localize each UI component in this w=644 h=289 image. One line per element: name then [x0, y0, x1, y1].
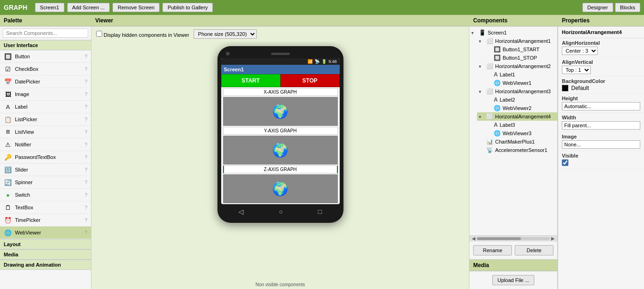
timepicker-help-icon[interactable]: ?	[84, 218, 87, 223]
designer-button[interactable]: Designer	[582, 3, 613, 12]
comp-name-label3: Label3	[500, 122, 515, 128]
visible-checkbox[interactable]	[562, 159, 568, 166]
comp-horizontal1[interactable]: ▾ ⬜ HorizontalArrangement1	[477, 37, 557, 45]
screen-content: START STOP X-AXIS GRAPH 🌍 Y-AXIS GRAPH 🌍…	[221, 74, 340, 203]
height-input[interactable]	[562, 102, 640, 110]
align-vertical-select[interactable]: Top : 1	[562, 66, 591, 74]
h2-toggle[interactable]: ▾	[479, 64, 484, 69]
comp-webviewer3[interactable]: 🌐 WebViewer3	[484, 129, 557, 138]
delete-button[interactable]: Delete	[515, 245, 553, 255]
palette-item-timepicker[interactable]: ⏰ TimePicker ?	[0, 214, 91, 227]
media-body: Upload File ...	[469, 271, 557, 289]
image-help-icon[interactable]: ?	[84, 92, 87, 97]
comp-name-label1: Label1	[500, 72, 515, 77]
nav-back-button[interactable]: ◁	[238, 208, 244, 215]
passwordtextbox-help-icon[interactable]: ?	[84, 155, 87, 160]
comp-name-btn-stop: Button1_STOP	[503, 55, 537, 61]
notifier-help-icon[interactable]: ?	[84, 142, 87, 147]
palette-item-webviewer[interactable]: 🌐 WebViewer ?	[0, 227, 91, 239]
palette-item-button[interactable]: 🔲 Button ?	[0, 50, 91, 63]
palette-item-textbox[interactable]: 🗒 TextBox ?	[0, 201, 91, 214]
comp-webviewer1[interactable]: 🌐 WebViewer1	[484, 79, 557, 87]
palette-item-checkbox[interactable]: ☑ CheckBox ?	[0, 63, 91, 76]
publish-button[interactable]: Publish to Gallery	[162, 3, 213, 12]
chartmaker-icon: 📊	[486, 138, 493, 145]
palette-item-image[interactable]: 🖼 Image ?	[0, 88, 91, 101]
palette-item-listpicker[interactable]: 📋 ListPicker ?	[0, 113, 91, 126]
prop-bg-color: BackgroundColor Default	[558, 76, 644, 94]
label-help-icon[interactable]: ?	[84, 104, 87, 110]
button-help-icon[interactable]: ?	[84, 54, 87, 59]
palette-label-listpicker: ListPicker	[15, 117, 82, 122]
properties-header: Properties	[558, 15, 644, 27]
palette-section-drawing: Drawing and Animation	[0, 260, 91, 270]
comp-name-webviewer2: WebViewer2	[503, 105, 532, 111]
align-horizontal-select[interactable]: Center : 3	[562, 47, 598, 55]
palette-item-label[interactable]: A Label ?	[0, 101, 91, 113]
comp-horizontal2[interactable]: ▾ ⬜ HorizontalArrangement2	[477, 62, 557, 70]
checkbox-help-icon[interactable]: ?	[84, 67, 87, 72]
palette-label-passwordtextbox: PasswordTextBox	[15, 154, 82, 160]
rename-button[interactable]: Rename	[473, 245, 512, 255]
label2-icon: A	[494, 96, 498, 103]
spinner-help-icon[interactable]: ?	[84, 180, 87, 185]
h3-toggle[interactable]: ▾	[479, 89, 484, 94]
comp-label3[interactable]: A Label3	[484, 121, 557, 129]
slider-help-icon[interactable]: ?	[84, 167, 87, 172]
scroll-left-arrow[interactable]: ◀	[470, 236, 477, 241]
scroll-right-arrow[interactable]: ▶	[550, 236, 556, 241]
h4-toggle[interactable]: ▾	[479, 114, 484, 119]
comp-horizontal3[interactable]: ▾ ⬜ HorizontalArrangement3	[477, 87, 557, 96]
width-input[interactable]	[562, 121, 640, 130]
x-axis-globe-icon: 🌍	[272, 104, 288, 119]
webviewer3-icon: 🌐	[494, 130, 501, 137]
phone-speaker	[271, 53, 290, 55]
palette-item-slider[interactable]: 🔢 Slider ?	[0, 164, 91, 176]
upload-file-button[interactable]: Upload File ...	[492, 275, 534, 285]
comp-button-start[interactable]: 🔲 Button1_START	[484, 45, 557, 54]
h1-toggle[interactable]: ▾	[479, 39, 484, 44]
prop-align-vertical: AlignVertical Top : 1	[558, 57, 644, 76]
palette-item-spinner[interactable]: 🔄 Spinner ?	[0, 176, 91, 189]
nav-home-button[interactable]: ○	[279, 208, 283, 215]
phone-size-select[interactable]: Phone size (505,320)	[194, 29, 257, 39]
palette-item-notifier[interactable]: ⚠ Notifier ?	[0, 138, 91, 151]
component-scrollbar: ◀ ▶	[469, 235, 557, 241]
datepicker-help-icon[interactable]: ?	[84, 79, 87, 84]
webviewer-help-icon[interactable]: ?	[84, 230, 87, 235]
blocks-button[interactable]: Blocks	[615, 3, 640, 12]
palette-item-passwordtextbox[interactable]: 🔑 PasswordTextBox ?	[0, 151, 91, 164]
comp-accelerometer[interactable]: 📡 AccelerometerSensor1	[477, 146, 557, 154]
listview-help-icon[interactable]: ?	[84, 130, 87, 135]
comp-horizontal4[interactable]: ▾ ⬜ HorizontalArrangement4	[477, 112, 557, 121]
switch-help-icon[interactable]: ?	[84, 193, 87, 198]
scroll-thumb	[477, 237, 521, 240]
palette-item-switch[interactable]: ● Switch ?	[0, 189, 91, 201]
nav-recent-button[interactable]: □	[318, 208, 322, 215]
add-screen-button[interactable]: Add Screen ...	[67, 3, 110, 12]
search-input[interactable]	[3, 28, 88, 38]
comp-label2[interactable]: A Label2	[484, 96, 557, 104]
palette-label-spinner: Spinner	[15, 179, 82, 185]
palette-item-listview[interactable]: ≡ ListView ?	[0, 126, 91, 138]
palette-label-image: Image	[15, 91, 82, 97]
label-icon: A	[4, 103, 12, 111]
screen-dropdown-button[interactable]: Screen1	[35, 3, 64, 12]
screen1-toggle[interactable]: ▾	[471, 30, 477, 35]
properties-panel: Properties HorizontalArrangement4 AlignH…	[558, 15, 644, 289]
listpicker-help-icon[interactable]: ?	[84, 117, 87, 122]
remove-screen-button[interactable]: Remove Screen	[112, 3, 160, 12]
palette-label-timepicker: TimePicker	[15, 217, 82, 223]
image-input[interactable]	[562, 140, 640, 149]
comp-webviewer2[interactable]: 🌐 WebViewer2	[484, 104, 557, 112]
bg-color-swatch[interactable]	[562, 85, 568, 91]
palette-item-datepicker[interactable]: 📅 DatePicker ?	[0, 76, 91, 88]
comp-screen1[interactable]: ▾ 📱 Screen1	[469, 28, 557, 37]
comp-label1[interactable]: A Label1	[484, 70, 557, 79]
comp-chartmaker[interactable]: 📊 ChartMakerPlus1	[477, 138, 557, 146]
textbox-help-icon[interactable]: ?	[84, 205, 87, 210]
start-button[interactable]: START	[221, 74, 280, 87]
stop-button[interactable]: STOP	[280, 74, 340, 87]
comp-button-stop[interactable]: 🔲 Button1_STOP	[484, 54, 557, 62]
display-hidden-checkbox[interactable]	[96, 31, 102, 37]
